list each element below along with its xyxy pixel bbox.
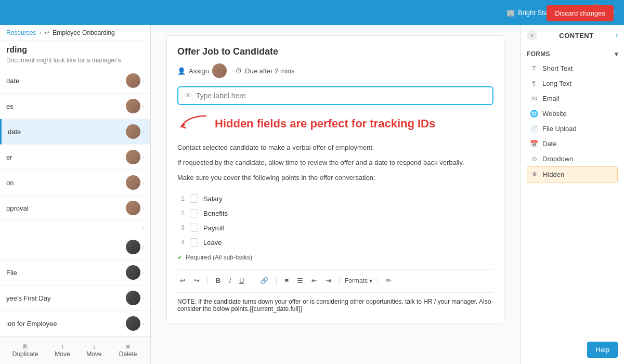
hidden-field-input[interactable] bbox=[196, 92, 486, 100]
sidebar-item-2[interactable]: es › bbox=[0, 94, 150, 119]
due-label: Due after 2 mins bbox=[245, 67, 294, 75]
indent-left-button[interactable]: ⇤ bbox=[309, 275, 320, 286]
check-icon: ✔ bbox=[177, 254, 183, 261]
sidebar-item-6-avatar bbox=[126, 201, 140, 215]
task-title: Offer Job to Candidate bbox=[177, 46, 493, 57]
top-nav: 🏢 Bright Star Marketing 👤 ▼ bbox=[0, 0, 624, 25]
magic-button[interactable]: ✏ bbox=[383, 275, 394, 286]
indent-right-button[interactable]: ⇥ bbox=[323, 275, 334, 286]
email-label: Email bbox=[542, 95, 560, 102]
assign-meta[interactable]: 👤 Assign bbox=[177, 63, 227, 78]
breadcrumb-parent[interactable]: Resources bbox=[6, 29, 36, 36]
undo-button[interactable]: ↩ bbox=[177, 275, 188, 286]
underline-button[interactable]: U bbox=[237, 275, 246, 286]
desc-para-1: Contact selected candidate to make a ver… bbox=[177, 142, 493, 153]
move-up-button[interactable]: ↑ Move bbox=[49, 341, 76, 360]
move-down-button[interactable]: ↓ Move bbox=[80, 341, 108, 360]
form-item-website[interactable]: 🌐 Website bbox=[527, 106, 618, 121]
form-item-file-upload[interactable]: 📄 File Upload bbox=[527, 121, 618, 136]
short-text-label: Short Text bbox=[542, 64, 573, 72]
annotation-arrow bbox=[177, 113, 209, 134]
assignee-avatar bbox=[212, 63, 227, 78]
duplicate-button[interactable]: ⎘ Duplicate bbox=[6, 341, 45, 360]
sidebar-item-employee[interactable]: ion for Employee › bbox=[0, 311, 150, 336]
subtask-4[interactable]: 4 Leave bbox=[177, 235, 493, 250]
breadcrumb-current: Employee Onboarding bbox=[53, 29, 114, 36]
subtask-label-3: Payroll bbox=[203, 224, 224, 232]
sidebar-item-4-avatar bbox=[126, 150, 140, 164]
sidebar-item-1-avatar bbox=[126, 73, 140, 88]
sidebar-item-first-day[interactable]: yee's First Day › bbox=[0, 285, 150, 311]
long-text-icon: ¶ bbox=[530, 80, 538, 87]
chevron-right-icon-4: › bbox=[142, 154, 144, 160]
subtask-checkbox-2[interactable] bbox=[190, 209, 198, 217]
sidebar-item-7[interactable]: › bbox=[0, 235, 150, 260]
chevron-right-icon-10: › bbox=[142, 321, 144, 327]
subtask-num-3: 3 bbox=[177, 224, 185, 231]
date-label: Date bbox=[542, 140, 556, 148]
help-button[interactable]: Help bbox=[587, 342, 618, 358]
forms-section: FORMS ▾ T Short Text ¶ Long Text ✉ Email bbox=[521, 46, 624, 187]
required-label: ✔ Required (All sub-tasks) bbox=[177, 254, 493, 261]
website-label: Website bbox=[542, 110, 567, 118]
sidebar-item-6[interactable]: pproval › bbox=[0, 196, 150, 221]
sidebar-item-4-name: er bbox=[6, 153, 12, 161]
form-item-hidden[interactable]: 👁 Hidden bbox=[527, 166, 618, 183]
editor-toolbar: ↩ ↪ B I U 🔗 ≡ ☰ ⇤ ⇥ Formats ▾ bbox=[177, 269, 493, 290]
sidebar-item-file[interactable]: File › bbox=[0, 260, 150, 285]
sidebar-item-5-avatar bbox=[126, 175, 140, 190]
subtask-2[interactable]: 2 Benefits bbox=[177, 206, 493, 220]
subtask-num-4: 4 bbox=[177, 239, 185, 246]
delete-button[interactable]: ✕ Delete bbox=[112, 341, 144, 360]
sidebar-item-9-avatar bbox=[126, 291, 140, 305]
toolbar-sep-4 bbox=[339, 277, 340, 285]
ordered-list-button[interactable]: ☰ bbox=[294, 275, 306, 286]
form-item-long-text[interactable]: ¶ Long Text bbox=[527, 76, 618, 91]
subtask-checkbox-4[interactable] bbox=[190, 238, 198, 246]
task-note: NOTE: If the candidate turns down your o… bbox=[177, 292, 493, 313]
italic-button[interactable]: I bbox=[226, 275, 233, 286]
clock-icon: ⏱ bbox=[235, 67, 242, 75]
form-item-date[interactable]: 📅 Date bbox=[527, 136, 618, 151]
subtask-3[interactable]: 3 Payroll bbox=[177, 220, 493, 235]
form-item-email[interactable]: ✉ Email bbox=[527, 91, 618, 106]
unordered-list-button[interactable]: ≡ bbox=[282, 275, 291, 286]
discard-changes-button[interactable]: Discard changes bbox=[547, 5, 614, 21]
sidebar-item-10-name: ion for Employee bbox=[6, 320, 57, 328]
file-upload-icon: 📄 bbox=[530, 125, 538, 133]
expand-panel-button[interactable]: › bbox=[616, 32, 618, 39]
link-button[interactable]: 🔗 bbox=[257, 275, 271, 286]
annotation-text: Hidden fields are perfect for tracking I… bbox=[177, 113, 493, 134]
form-items-list: T Short Text ¶ Long Text ✉ Email 🌐 Websi… bbox=[527, 61, 618, 183]
eye-icon: 👁 bbox=[185, 92, 192, 100]
close-panel-button[interactable]: × bbox=[527, 30, 537, 41]
formats-label: Formats bbox=[345, 277, 368, 284]
chevron-right-icon: › bbox=[142, 78, 144, 84]
hidden-field-row: 👁 bbox=[177, 86, 493, 105]
bold-button[interactable]: B bbox=[213, 275, 223, 286]
redo-button[interactable]: ↪ bbox=[191, 275, 202, 286]
chevron-right-icon-7: › bbox=[142, 244, 144, 250]
subtask-1[interactable]: 1 Salary bbox=[177, 191, 493, 206]
sidebar-item-5[interactable]: on › bbox=[0, 170, 150, 196]
formats-dropdown[interactable]: Formats ▾ bbox=[345, 277, 372, 284]
file-upload-label: File Upload bbox=[542, 125, 577, 133]
desc-para-2: If requested by the candidate, allow tim… bbox=[177, 158, 493, 168]
sidebar-item-3-active[interactable]: date ‹ bbox=[0, 119, 150, 145]
sidebar-item-3-avatar bbox=[126, 124, 140, 139]
chevron-right-icon-2: › bbox=[142, 103, 144, 109]
subtask-checkbox-1[interactable] bbox=[190, 194, 198, 203]
assign-label: Assign bbox=[189, 67, 209, 75]
sidebar-item-1[interactable]: date › bbox=[0, 68, 150, 94]
forms-header[interactable]: FORMS ▾ bbox=[527, 50, 618, 58]
sidebar-item-8-name: File bbox=[6, 269, 17, 277]
form-item-short-text[interactable]: T Short Text bbox=[527, 61, 618, 76]
subtask-checkbox-3[interactable] bbox=[190, 224, 198, 232]
sidebar-item-4[interactable]: er › bbox=[0, 145, 150, 170]
sidebar-item-3-name: date bbox=[8, 128, 21, 136]
sidebar-more[interactable]: › bbox=[0, 221, 150, 235]
breadcrumb-separator: › bbox=[39, 29, 41, 36]
main-content: Offer Job to Candidate 👤 Assign ⏱ Due af… bbox=[151, 25, 520, 364]
form-item-dropdown[interactable]: ⊙ Dropdown bbox=[527, 151, 618, 166]
sidebar-item-2-name: es bbox=[6, 102, 14, 110]
